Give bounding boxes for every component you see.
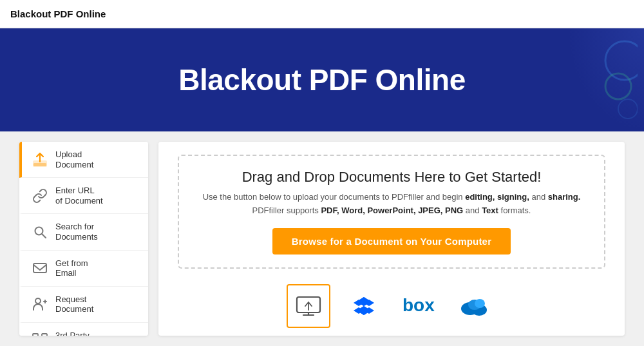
cloud-icons-row: box	[287, 284, 497, 328]
search-icon	[31, 223, 49, 241]
browse-button[interactable]: Browse for a Document on Your Computer	[272, 228, 511, 255]
email-icon	[31, 259, 49, 277]
hero-banner: Blackout PDF Online	[0, 28, 644, 131]
subtitle-text-4: and	[463, 206, 482, 215]
svg-rect-13	[42, 334, 47, 336]
sidebar: UploadDocument Enter URLof Document Sear…	[19, 142, 148, 336]
sidebar-item-label-upload: UploadDocument	[55, 149, 93, 169]
svg-text:box: box	[402, 295, 435, 315]
svg-line-7	[42, 234, 46, 238]
drop-zone[interactable]: Drag and Drop Documents Here to Get Star…	[178, 155, 605, 269]
subtitle-bold-1: editing, signing,	[465, 192, 529, 202]
upload-area: Drag and Drop Documents Here to Get Star…	[158, 142, 625, 336]
onedrive-icon[interactable]	[453, 284, 497, 328]
main-content: UploadDocument Enter URLof Document Sear…	[0, 131, 644, 346]
svg-rect-4	[33, 163, 46, 166]
sidebar-item-label-url: Enter URLof Document	[55, 186, 103, 206]
subtitle-bold-formats: PDF, Word, PowerPoint, JPEG, PNG	[321, 206, 463, 215]
request-icon	[31, 295, 49, 313]
subtitle-text-5: formats.	[498, 206, 531, 215]
svg-point-30	[475, 299, 485, 308]
sidebar-item-request-document[interactable]: RequestDocument	[19, 287, 148, 323]
svg-rect-12	[33, 334, 38, 336]
sidebar-item-enter-url[interactable]: Enter URLof Document	[19, 178, 148, 214]
svg-point-9	[35, 298, 41, 303]
subtitle-bold-text: Text	[482, 206, 498, 215]
drop-zone-subtitle: Use the button below to upload your docu…	[203, 191, 581, 218]
subtitle-bold-sharing: sharing.	[548, 192, 581, 202]
svg-point-2	[618, 99, 638, 119]
hero-deco-swirl	[586, 35, 638, 125]
subtitle-text-2: and	[529, 192, 548, 202]
sidebar-item-label-request: RequestDocument	[55, 294, 93, 314]
sidebar-item-get-from-email[interactable]: Get fromEmail	[19, 251, 148, 287]
svg-point-1	[605, 73, 631, 99]
sidebar-item-label-3rd-party: 3rd PartyConnections	[55, 331, 102, 336]
sidebar-item-label-search: Search forDocuments	[55, 222, 98, 242]
link-icon	[31, 187, 49, 205]
sidebar-item-label-email: Get fromEmail	[55, 258, 88, 278]
hero-title: Blackout PDF Online	[178, 62, 465, 97]
box-icon[interactable]: box	[397, 284, 441, 328]
dropbox-icon[interactable]	[342, 284, 386, 328]
svg-rect-8	[33, 264, 46, 273]
drop-zone-title: Drag and Drop Documents Here to Get Star…	[242, 169, 542, 186]
computer-upload-icon[interactable]	[287, 284, 330, 328]
connections-icon	[31, 332, 49, 336]
sidebar-item-3rd-party[interactable]: 3rd PartyConnections	[19, 323, 148, 336]
app-title: Blackout PDF Online	[10, 8, 106, 19]
subtitle-text-3: PDFfiller supports	[252, 206, 321, 215]
sidebar-item-search-documents[interactable]: Search forDocuments	[19, 214, 148, 250]
top-nav: Blackout PDF Online	[0, 0, 644, 28]
sidebar-item-upload-document[interactable]: UploadDocument	[19, 142, 148, 178]
upload-icon	[31, 151, 49, 169]
subtitle-text-1: Use the button below to upload your docu…	[203, 192, 466, 202]
